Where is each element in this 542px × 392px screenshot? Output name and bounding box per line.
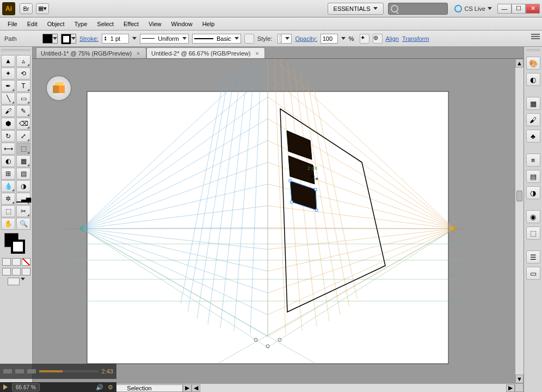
scale-tool[interactable]: ⤢ <box>16 130 30 142</box>
opacity-input[interactable]: 100 <box>321 34 338 44</box>
color-guide-panel-icon[interactable]: ◐ <box>526 73 540 86</box>
stroke-swatch[interactable] <box>11 240 25 254</box>
recolor-artwork-icon[interactable]: ✦ <box>360 34 369 44</box>
scroll-left-icon[interactable]: ◀ <box>192 384 200 392</box>
scroll-right-icon[interactable]: ▶ <box>506 384 515 392</box>
magic-wand-tool[interactable]: ✦ <box>1 68 15 79</box>
menu-effect[interactable]: Effect <box>119 19 143 29</box>
graphic-style-select[interactable]: Basic <box>192 34 241 44</box>
gradient-mode-button[interactable] <box>12 258 21 266</box>
line-tool[interactable]: ╲ <box>1 93 15 105</box>
transparency-panel-icon[interactable]: ◑ <box>526 186 540 199</box>
menu-type[interactable]: Type <box>70 19 92 29</box>
menu-select[interactable]: Select <box>93 19 118 29</box>
close-tab-icon[interactable]: × <box>254 50 260 57</box>
scroll-down-icon[interactable]: ▼ <box>515 375 523 383</box>
stroke-panel-icon[interactable]: ≡ <box>526 154 540 167</box>
play-icon[interactable] <box>3 384 8 390</box>
menu-help[interactable]: Help <box>198 19 219 29</box>
arrange-docs-button[interactable]: ▦▾ <box>36 3 49 14</box>
minimize-button[interactable]: — <box>497 4 512 14</box>
width-tool[interactable]: ⟷ <box>1 143 15 155</box>
paintbrush-tool[interactable]: 🖌 <box>1 105 15 117</box>
panel-grip[interactable] <box>1 49 31 53</box>
select-similar-icon[interactable]: ⊚ <box>373 34 383 44</box>
perspective-grid-tool[interactable]: ▦ <box>16 155 30 167</box>
panel-grip[interactable] <box>526 49 540 53</box>
search-field[interactable] <box>388 3 448 15</box>
graph-tool[interactable]: ▁▃▅ <box>16 193 30 205</box>
screen-mode-button[interactable] <box>8 278 20 285</box>
blend-tool[interactable]: ◑ <box>16 180 30 192</box>
fill-stroke-control[interactable] <box>1 233 31 256</box>
brush-definition-select[interactable]: Uniform <box>140 34 189 44</box>
graphic-styles-panel-icon[interactable]: ⬚ <box>526 226 540 240</box>
eyedropper-tool[interactable]: 💧 <box>1 180 15 192</box>
gradient-panel-icon[interactable]: ▤ <box>526 170 540 183</box>
selection-tool[interactable]: ▲ <box>1 55 15 67</box>
none-mode-button[interactable] <box>22 258 30 266</box>
status-menu-icon[interactable]: ▶ <box>183 384 192 392</box>
workspace-switcher[interactable]: ESSENTIALS <box>328 3 384 15</box>
style-swatch-select[interactable] <box>278 34 292 44</box>
artboards-panel-icon[interactable]: ▭ <box>526 267 540 280</box>
maximize-button[interactable]: ☐ <box>512 4 526 14</box>
zoom-tool[interactable]: 🔍 <box>16 218 30 230</box>
bridge-button[interactable]: Br <box>20 3 33 14</box>
artboard-tool[interactable]: ⬚ <box>1 205 15 217</box>
vertical-scrollbar[interactable]: ▲ ▼ <box>515 59 523 383</box>
opacity-panel-link[interactable]: Opacity: <box>295 35 317 42</box>
cs-live-button[interactable]: CS Live <box>454 5 492 13</box>
appearance-panel-icon[interactable]: ◉ <box>526 210 540 223</box>
menu-view[interactable]: View <box>144 19 166 29</box>
canvas[interactable]: 2 dX ➤+ ▲ ▼ 66.67% ▾ ◀ 1 ▶ Selection ▶ ◀ <box>33 59 523 392</box>
perspective-plane-widget[interactable] <box>46 75 72 101</box>
close-tab-icon[interactable]: × <box>135 50 141 57</box>
draw-normal-button[interactable] <box>2 268 11 275</box>
symbol-sprayer-tool[interactable]: ✲ <box>1 193 15 205</box>
chevron-down-icon[interactable] <box>21 278 25 280</box>
scroll-up-icon[interactable]: ▲ <box>515 59 523 68</box>
color-mode-button[interactable] <box>2 258 11 266</box>
color-panel-icon[interactable]: 🎨 <box>526 57 540 70</box>
lasso-tool[interactable]: ⟲ <box>16 68 30 79</box>
speaker-icon[interactable]: 🔊 <box>96 384 103 391</box>
align-panel-link[interactable]: Align <box>386 35 399 42</box>
swatches-panel-icon[interactable]: ▦ <box>526 97 540 110</box>
menu-edit[interactable]: Edit <box>23 19 42 29</box>
free-transform-tool[interactable]: ⬚ <box>16 143 30 155</box>
document-tab[interactable]: Untitled-1* @ 75% (RGB/Preview) × <box>36 47 146 58</box>
fill-color-swatch[interactable] <box>42 34 58 44</box>
rectangle-tool[interactable]: ▭ <box>16 93 30 105</box>
control-bar-menu-icon[interactable] <box>531 34 540 40</box>
settings-gear-icon[interactable]: ⚙ <box>108 384 113 391</box>
close-button[interactable]: ✕ <box>526 4 540 14</box>
slice-tool[interactable]: ✂ <box>16 205 30 217</box>
chevron-down-icon[interactable] <box>132 37 137 40</box>
direct-selection-tool[interactable]: ▵ <box>16 55 30 67</box>
pencil-tool[interactable]: ✎ <box>16 105 30 117</box>
layers-panel-icon[interactable]: ☰ <box>526 250 540 264</box>
eraser-tool[interactable]: ⌫ <box>16 118 30 130</box>
opacity-dropdown-icon[interactable] <box>341 37 346 40</box>
mesh-tool[interactable]: ⊞ <box>1 168 15 180</box>
rotate-tool[interactable]: ↻ <box>1 130 15 142</box>
shape-builder-tool[interactable]: ◐ <box>1 155 15 167</box>
draw-behind-button[interactable] <box>12 268 21 275</box>
draw-inside-button[interactable] <box>22 268 30 275</box>
video-progress-overlay[interactable]: 2:43 <box>0 364 116 379</box>
variable-width-profile-icon[interactable] <box>244 34 254 44</box>
blob-brush-tool[interactable]: ⬢ <box>1 118 15 130</box>
stroke-weight-input[interactable]: ▲▼1 pt <box>102 34 129 44</box>
type-tool[interactable]: T <box>16 80 30 92</box>
video-progress-bar[interactable] <box>39 370 98 372</box>
symbols-panel-icon[interactable]: ♣ <box>526 130 540 143</box>
transform-panel-link[interactable]: Transform <box>402 35 429 42</box>
hand-tool[interactable]: ✋ <box>1 218 15 230</box>
pen-tool[interactable]: ✒ <box>1 80 15 92</box>
stroke-panel-link[interactable]: Stroke: <box>79 35 98 42</box>
stroke-color-swatch[interactable] <box>61 34 76 44</box>
gradient-tool[interactable]: ▤ <box>16 168 30 180</box>
menu-file[interactable]: File <box>3 19 22 29</box>
menu-window[interactable]: Window <box>167 19 197 29</box>
